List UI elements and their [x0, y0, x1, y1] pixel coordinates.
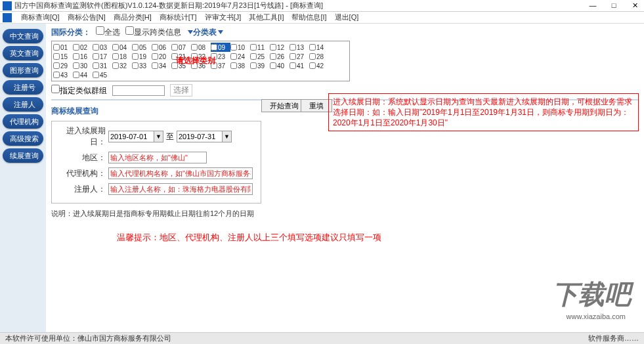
date-to-input[interactable] [177, 131, 223, 142]
class-checkbox-33[interactable]: 33 [132, 61, 152, 70]
watermark: 下载吧 [552, 276, 631, 312]
class-checkbox-09[interactable]: 09 [211, 43, 230, 52]
date-sep: 至 [166, 131, 174, 142]
classify-label: 国际分类： [51, 27, 91, 38]
status-left: 本软件许可使用单位：佛山市国方商标服务有限公司 [5, 333, 171, 343]
close-button[interactable]: ✕ [628, 1, 641, 10]
class-checkbox-27[interactable]: 27 [290, 52, 309, 61]
class-checkbox-05[interactable]: 05 [132, 43, 152, 52]
menubar: 商标查询[Q] 商标公告[N] 商品分类[H] 商标统计[T] 评审文书[J] … [0, 12, 644, 24]
class-checkbox-31[interactable]: 31 [93, 61, 112, 70]
sidebar-regnum[interactable]: 注册号 [3, 80, 43, 95]
menu-query[interactable]: 商标查询[Q] [17, 12, 64, 22]
class-checkbox-14[interactable]: 14 [309, 43, 329, 52]
class-checkbox-15[interactable]: 15 [53, 52, 73, 61]
class-checkbox-20[interactable]: 20 [152, 52, 171, 61]
class-checkbox-06[interactable]: 06 [152, 43, 171, 52]
info-box: 进入续展日期：系统默认显示日期为查询当天最新进入续展期的日期，可根据业务需求选择… [328, 93, 639, 131]
class-checkbox-34[interactable]: 34 [152, 61, 171, 70]
menu-notice[interactable]: 商标公告[N] [64, 12, 110, 22]
content: 国际分类： 全选 显示跨类信息 分类表 01020304050607080910… [46, 24, 644, 332]
registrant-input[interactable] [108, 183, 253, 195]
menu-review[interactable]: 评审文书[J] [201, 12, 246, 22]
class-checkbox-02[interactable]: 02 [73, 43, 93, 52]
sidebar-english[interactable]: 英文查询 [3, 46, 43, 60]
class-checkbox-11[interactable]: 11 [250, 43, 270, 52]
similar-group-checkbox[interactable]: 指定类似群组 [51, 85, 107, 97]
title-text: 国方中国商标查询监测软件(图程板)V1.0.124-数据更新日期:2019年7月… [14, 1, 586, 11]
class-checkbox-44[interactable]: 44 [73, 70, 93, 79]
reset-button[interactable]: 重填 [301, 99, 332, 112]
date-from-dropdown[interactable]: ▼ [154, 131, 163, 142]
sidebar: 中文查询 英文查询 图形查询 注册号 注册人 代理机构 高级搜索 续展查询 [0, 24, 46, 332]
agency-input[interactable] [108, 167, 253, 179]
statusbar: 本软件许可使用单位：佛山市国方商标服务有限公司 软件服务商…… [0, 332, 644, 344]
menu-icon [3, 13, 12, 22]
class-checkbox-01[interactable]: 01 [53, 43, 73, 52]
sidebar-renewal[interactable]: 续展查询 [3, 148, 43, 163]
select-all-checkbox[interactable]: 全选 [96, 26, 120, 38]
note-text: 说明：进入续展期日是指商标专用期截止日期往前12个月的日期 [51, 209, 639, 219]
sidebar-advanced[interactable]: 高级搜索 [3, 131, 43, 146]
class-checkbox-42[interactable]: 42 [309, 61, 329, 70]
class-checkbox-38[interactable]: 38 [230, 61, 250, 70]
sidebar-agency[interactable]: 代理机构 [3, 114, 43, 129]
class-checkbox-12[interactable]: 12 [270, 43, 290, 52]
classify-table-link[interactable]: 分类表 [186, 27, 223, 38]
class-checkbox-25[interactable]: 25 [250, 52, 270, 61]
class-checkbox-43[interactable]: 43 [53, 70, 73, 79]
class-checkbox-18[interactable]: 18 [112, 52, 132, 61]
class-checkbox-29[interactable]: 29 [53, 61, 73, 70]
app-icon [3, 1, 12, 11]
tip-text: 温馨提示：地区、代理机构、注册人以上三个填写选项建议只填写一项 [117, 232, 639, 244]
sidebar-registrant[interactable]: 注册人 [3, 97, 43, 112]
class-checkbox-40[interactable]: 40 [270, 61, 290, 70]
class-checkbox-30[interactable]: 30 [73, 61, 93, 70]
region-label: 地区： [56, 152, 108, 163]
sidebar-chinese[interactable]: 中文查询 [3, 29, 43, 43]
titlebar: 国方中国商标查询监测软件(图程板)V1.0.124-数据更新日期:2019年7月… [0, 0, 644, 12]
show-cross-checkbox[interactable]: 显示跨类信息 [125, 26, 181, 38]
class-checkbox-03[interactable]: 03 [93, 43, 112, 52]
class-checkbox-41[interactable]: 41 [290, 61, 309, 70]
class-checkbox-08[interactable]: 08 [191, 43, 211, 52]
sidebar-graphic[interactable]: 图形查询 [3, 63, 43, 77]
menu-exit[interactable]: 退出[Q] [331, 12, 363, 22]
menu-help[interactable]: 帮助信息[I] [288, 12, 330, 22]
class-checkbox-32[interactable]: 32 [112, 61, 132, 70]
registrant-label: 注册人： [56, 184, 108, 195]
date-from-input[interactable] [108, 131, 154, 142]
minimize-button[interactable]: — [586, 1, 599, 10]
class-checkbox-26[interactable]: 26 [270, 52, 290, 61]
class-checkbox-04[interactable]: 04 [112, 43, 132, 52]
menu-tools[interactable]: 其他工具[I] [245, 12, 288, 22]
select-button[interactable]: 选择 [170, 84, 192, 97]
similar-group-input[interactable] [112, 85, 165, 96]
agency-label: 代理机构： [56, 168, 108, 179]
class-checkbox-28[interactable]: 28 [309, 52, 329, 61]
watermark-url: www.xiazaiba.com [567, 312, 626, 320]
date-label: 进入续展期日： [56, 125, 108, 148]
region-input[interactable] [108, 152, 207, 163]
class-checkbox-39[interactable]: 39 [250, 61, 270, 70]
overlay-hint: 请选择类别 [176, 55, 215, 66]
menu-stats[interactable]: 商标统计[T] [156, 12, 201, 22]
class-checkbox-17[interactable]: 17 [93, 52, 112, 61]
date-to-dropdown[interactable]: ▼ [223, 131, 232, 142]
class-checkbox-13[interactable]: 13 [290, 43, 309, 52]
class-checkbox-24[interactable]: 24 [230, 52, 250, 61]
class-checkbox-10[interactable]: 10 [230, 43, 250, 52]
class-checkbox-16[interactable]: 16 [73, 52, 93, 61]
class-checkbox-45[interactable]: 45 [93, 70, 112, 79]
class-checkbox-19[interactable]: 19 [132, 52, 152, 61]
maximize-button[interactable]: □ [607, 1, 620, 10]
menu-classify[interactable]: 商品分类[H] [110, 12, 156, 22]
class-checkbox-07[interactable]: 07 [171, 43, 191, 52]
status-right: 软件服务商…… [588, 333, 639, 343]
